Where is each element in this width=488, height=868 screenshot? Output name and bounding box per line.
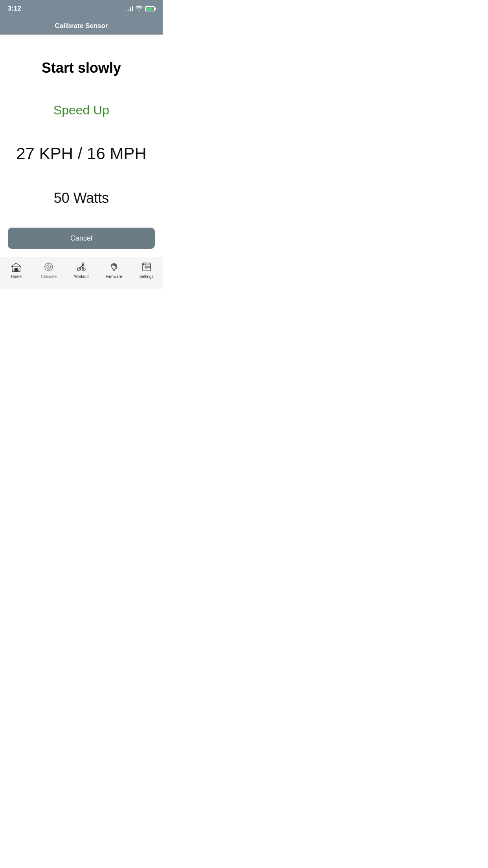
tab-home[interactable]: Home [0, 260, 33, 279]
tab-settings[interactable]: Settings [130, 260, 163, 279]
watts-display: 50 Watts [54, 190, 109, 206]
start-slowly-label: Start slowly [42, 60, 121, 76]
nav-header: Calibrate Sensor [0, 17, 163, 35]
calibrate-icon [43, 261, 55, 273]
page-title: Calibrate Sensor [55, 22, 108, 30]
status-icons [126, 5, 155, 12]
tab-bar: Home Calibrate [0, 257, 163, 289]
status-time: 3:12 [8, 5, 21, 13]
speed-up-label: Speed Up [53, 103, 109, 118]
main-content: Start slowly Speed Up 27 KPH / 16 MPH 50… [0, 35, 163, 228]
workout-icon [75, 261, 87, 273]
tab-calibrate-label: Calibrate [41, 274, 57, 279]
cancel-button[interactable]: Cancel [8, 228, 155, 249]
screen: 3:12 Calibrate Sen [0, 0, 163, 289]
svg-rect-23 [143, 264, 144, 265]
tab-home-label: Home [11, 274, 22, 279]
tab-calibrate[interactable]: Calibrate [33, 260, 65, 279]
tab-workout-label: Workout [74, 274, 88, 279]
svg-rect-24 [145, 264, 146, 265]
status-bar: 3:12 [0, 0, 163, 17]
cancel-section: Cancel [0, 228, 163, 257]
tab-firmware-label: Firmware [106, 274, 122, 279]
tab-workout[interactable]: Workout [65, 260, 98, 279]
signal-icon [126, 6, 133, 11]
firmware-icon [108, 261, 120, 273]
battery-icon [145, 6, 155, 11]
tab-settings-label: Settings [139, 274, 154, 279]
home-icon [10, 261, 22, 273]
wifi-icon [136, 5, 143, 12]
svg-point-6 [48, 267, 50, 268]
tab-firmware[interactable]: Firmware [97, 260, 130, 279]
speed-display: 27 KPH / 16 MPH [16, 144, 146, 163]
settings-icon [141, 261, 152, 273]
